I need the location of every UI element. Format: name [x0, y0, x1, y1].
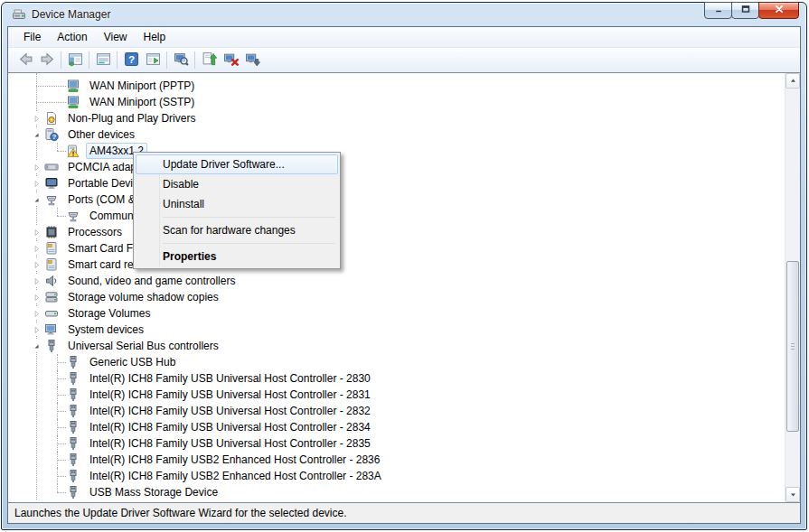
help-button[interactable]: ?	[120, 50, 142, 70]
disable-device-button[interactable]	[241, 50, 263, 70]
tree-item[interactable]: WAN Miniport (SSTP)	[8, 94, 785, 110]
scrollbar[interactable]	[785, 73, 800, 502]
tree-item[interactable]: Intel(R) ICH8 Family USB Universal Host …	[8, 435, 785, 452]
menu-item-disable[interactable]: Disable	[136, 174, 338, 194]
tree-item[interactable]: Universal Serial Bus controllers	[8, 338, 785, 354]
menu-help[interactable]: Help	[136, 28, 174, 46]
menu-bar: FileActionViewHelp	[8, 27, 800, 47]
tree-item[interactable]: Intel(R) ICH8 Family USB Universal Host …	[8, 419, 785, 435]
tree-item[interactable]: USB Mass Storage Device	[8, 484, 785, 500]
usb-icon	[66, 485, 80, 499]
properties-window-button[interactable]	[92, 50, 114, 70]
tree-item[interactable]: Intel(R) ICH8 Family USB Universal Host …	[8, 370, 785, 387]
tree-item[interactable]: Storage Volumes	[8, 305, 785, 322]
tree-item[interactable]: Smart Card Fil	[8, 240, 785, 257]
disable-device-icon	[245, 51, 260, 70]
serial-port-icon	[66, 209, 80, 223]
collapsed-arrow-icon[interactable]	[30, 291, 42, 303]
toolbar-separator	[194, 51, 195, 69]
portable-device-icon	[44, 176, 59, 191]
collapsed-arrow-icon[interactable]	[30, 242, 42, 255]
tree-item[interactable]: Processors	[8, 224, 785, 240]
menu-item-uninstall[interactable]: Uninstall	[136, 194, 338, 214]
expanded-arrow-icon[interactable]	[30, 340, 42, 352]
tree-item[interactable]: Portable Devic	[8, 175, 785, 191]
tree-item[interactable]: Intel(R) ICH8 Family USB Universal Host …	[8, 387, 785, 403]
scroll-thumb[interactable]	[786, 261, 799, 432]
menu-separator	[163, 243, 335, 244]
scroll-up-button[interactable]	[785, 73, 800, 89]
smart-card-icon	[44, 241, 59, 256]
scroll-down-button[interactable]	[785, 487, 800, 502]
collapsed-arrow-icon[interactable]	[30, 161, 42, 173]
status-bar: Launches the Update Driver Software Wiza…	[8, 503, 800, 523]
tree-item[interactable]: Generic USB Hub	[8, 354, 785, 370]
usb-icon	[66, 420, 80, 434]
usb-icon	[66, 436, 80, 451]
tree-item-label: Intel(R) ICH8 Family USB Universal Host …	[86, 370, 374, 387]
tree-item-label: Universal Serial Bus controllers	[64, 338, 222, 354]
scan-hardware-button[interactable]	[170, 50, 192, 70]
speaker-icon	[44, 274, 59, 288]
menu-view[interactable]: View	[96, 28, 136, 46]
collapsed-arrow-icon[interactable]	[30, 177, 42, 190]
close-button[interactable]	[758, 2, 799, 19]
expanded-arrow-icon[interactable]	[30, 193, 42, 206]
usb-icon	[66, 387, 80, 402]
tree-connector	[30, 94, 66, 110]
minimize-button[interactable]	[704, 2, 732, 19]
menu-item-update-driver-software[interactable]: Update Driver Software...	[136, 154, 338, 174]
update-driver-button[interactable]	[198, 50, 220, 70]
tree-connector	[30, 354, 66, 370]
usb-icon	[66, 469, 80, 483]
tree-item[interactable]: Intel(R) ICH8 Family USB Universal Host …	[8, 403, 785, 419]
tree-item-label: Non-Plug and Play Drivers	[64, 110, 199, 126]
tree-item[interactable]: WAN Miniport (PPTP)	[8, 78, 785, 94]
collapsed-arrow-icon[interactable]	[30, 275, 42, 287]
forward-button[interactable]	[36, 50, 58, 70]
tree-item-label: Other devices	[64, 126, 138, 143]
tree-connector	[30, 468, 66, 484]
collapsed-arrow-icon[interactable]	[30, 307, 42, 320]
show-console-tree-button[interactable]	[64, 50, 86, 70]
tree-connector	[30, 435, 66, 452]
back-button[interactable]	[14, 50, 36, 70]
action-pane-icon	[146, 51, 161, 70]
uninstall-device-button[interactable]	[220, 50, 241, 70]
menu-item-scan-for-hardware-changes[interactable]: Scan for hardware changes	[136, 220, 338, 240]
menu-item-properties[interactable]: Properties	[136, 247, 338, 266]
network-adapter-icon	[66, 79, 80, 93]
device-manager-icon	[12, 7, 26, 22]
usb-icon	[66, 355, 80, 369]
tree-item[interactable]: Non-Plug and Play Drivers	[8, 110, 785, 126]
update-driver-icon	[202, 51, 217, 70]
collapsed-arrow-icon[interactable]	[30, 112, 42, 125]
tree-item[interactable]: PCMCIA adap	[8, 159, 785, 175]
action-pane-button[interactable]	[142, 50, 164, 70]
tree-item[interactable]: Smart card rea	[8, 257, 785, 273]
expanded-arrow-icon[interactable]	[30, 128, 42, 141]
tree-item[interactable]: Intel(R) ICH8 Family USB2 Enhanced Host …	[8, 468, 785, 484]
tree-item[interactable]: ?Other devices	[8, 126, 785, 143]
collapsed-arrow-icon[interactable]	[30, 226, 42, 238]
tree-item-label: Sound, video and game controllers	[64, 273, 239, 289]
tree-item-label: WAN Miniport (PPTP)	[86, 78, 198, 94]
collapsed-arrow-icon[interactable]	[30, 258, 42, 271]
maximize-button[interactable]	[731, 2, 759, 19]
tree-item[interactable]: Sound, video and game controllers	[8, 273, 785, 289]
tree-item[interactable]: System devices	[8, 322, 785, 338]
tree-item[interactable]: Ports (COM &	[8, 191, 785, 208]
collapsed-arrow-icon[interactable]	[30, 323, 42, 336]
toolbar: ?	[8, 47, 800, 72]
tree-item[interactable]: Intel(R) ICH8 Family USB2 Enhanced Host …	[8, 452, 785, 468]
menu-file[interactable]: File	[15, 28, 49, 46]
tree-item[interactable]: AM43xx1.2	[8, 143, 785, 159]
window-title: Device Manager	[32, 8, 110, 21]
menu-action[interactable]: Action	[49, 28, 95, 46]
tree-item[interactable]: Storage volume shadow copies	[8, 289, 785, 305]
device-tree-panel: WAN Miniport (PPTP)WAN Miniport (SSTP)No…	[8, 72, 800, 503]
tree-item[interactable]: Communi	[8, 208, 785, 224]
tree-item-label: Smart Card Fil	[64, 240, 141, 257]
title-bar[interactable]: Device Manager	[2, 3, 806, 26]
tree-connector	[30, 403, 66, 419]
